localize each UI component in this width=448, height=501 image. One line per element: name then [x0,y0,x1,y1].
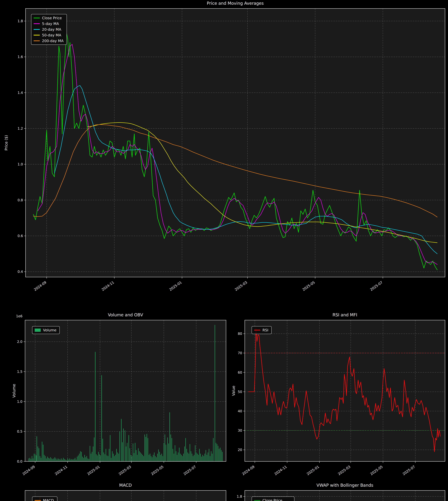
x-tick-label: 2025-07 [183,465,197,476]
y-tick-label: 60 [238,370,242,375]
volume-bar [72,459,72,461]
volume-bar [39,448,39,461]
volume-bar [85,457,86,461]
legend-label: 50-day MA [42,33,61,37]
volume-bar [44,455,45,461]
y-tick-label: 1.8 [237,495,242,499]
volume-bar [190,444,190,461]
y-tick-label: 70 [238,351,242,355]
rsi-chart: 203040506070802024-092024-112025-012025-… [236,311,448,484]
volume-bar [211,451,211,461]
volume-bar [205,454,205,461]
volume-bar [79,454,80,461]
x-tick-label: 2024-09 [33,280,47,292]
volume-bar [177,455,177,461]
y-tick-label: 50 [238,390,242,394]
volume-bar [62,460,63,461]
volume-bar [176,451,176,461]
volume-bar [199,449,200,461]
volume-bar [172,438,172,461]
y-tick-label: 0.6 [17,234,23,238]
volume-bar [90,446,90,461]
volume-bar [178,453,178,461]
volume-bar [210,456,210,461]
volume-bar [99,454,100,461]
volume-bar [114,456,115,461]
volume-bar [189,454,189,461]
price-chart-title: Price and Moving Averages [207,1,264,6]
legend-swatch-volume [34,329,41,332]
x-tick-label: 2025-05 [302,280,316,292]
volume-bar [200,454,201,461]
x-tick-label: 2025-01 [86,465,100,476]
legend-swatch-20-day-ma [33,29,40,30]
volume-bar [60,460,61,461]
y-tick-label: 80 [238,332,242,336]
volume-bar [30,458,30,461]
legend-label: Close Price [262,498,282,501]
volume-bar [96,454,97,461]
volume-bar [180,454,181,461]
price-ylabel: Price ($) [4,135,8,151]
rsi-chart-title: RSI and MFI [333,313,357,317]
y-tick-label: 40 [238,409,242,413]
legend-label: MACD [43,498,54,501]
legend-swatch-close-price [33,18,40,18]
volume-bar [107,455,107,461]
y-tick-label: 30 [238,428,242,432]
x-tick-label: 2025-03 [234,280,248,292]
volume-bar [84,455,85,461]
volume-bar [156,457,157,461]
volume-bar [36,455,36,461]
volume-chart-legend: Volume [32,326,60,334]
price-chart-legend: Close Price5-day MA20-day MA50-day MA200… [31,14,67,45]
volume-bar [37,436,37,461]
volume-bar [81,452,82,461]
volume-bar [98,452,99,461]
rsi-ylabel: Value [231,386,236,396]
legend-item: Close Price [33,16,64,20]
volume-bar [218,446,218,461]
volume-bar [209,449,209,461]
y-tick-label: 20 [238,448,242,452]
x-tick-label: 2024-11 [101,280,115,292]
legend-item: RSI [254,328,268,332]
volume-bar [138,448,139,461]
volume-bar [207,455,207,461]
y-tick-label: 1.6 [17,55,23,59]
plot-background [245,320,445,461]
volume-bar [144,456,144,461]
legend-swatch-5-day-ma [33,23,40,24]
y-tick-label: 1.2 [17,126,23,130]
volume-bar [67,458,68,461]
x-tick-label: 2025-05 [369,465,384,476]
x-tick-label: 2024-11 [274,465,288,476]
volume-bar [95,352,96,461]
volume-bar [151,456,151,461]
volume-bar [162,456,163,461]
volume-bar [182,456,183,461]
volume-bar [144,435,145,461]
volume-bar [102,439,103,461]
legend-swatch-50-day-ma [33,35,40,35]
y-tick-label: 1.5 [17,370,22,374]
volume-bar [132,456,132,461]
volume-bar [208,453,208,461]
volume-bar [88,458,88,461]
volume-bar [204,456,204,461]
volume-bar [183,454,184,461]
volume-bar [91,454,91,461]
volume-bar [92,452,92,461]
volume-bar [161,454,162,461]
legend-item: 5-day MA [33,22,64,26]
volume-bar [70,458,70,461]
x-tick-label: 2025-01 [306,465,320,476]
x-tick-label: 2024-11 [54,465,68,476]
volume-bar [31,459,31,461]
volume-bar [171,435,171,461]
volume-bar [101,375,102,461]
volume-bar [112,451,112,461]
volume-bar [100,455,101,461]
volume-bar [196,453,196,461]
volume-bar [160,455,161,461]
